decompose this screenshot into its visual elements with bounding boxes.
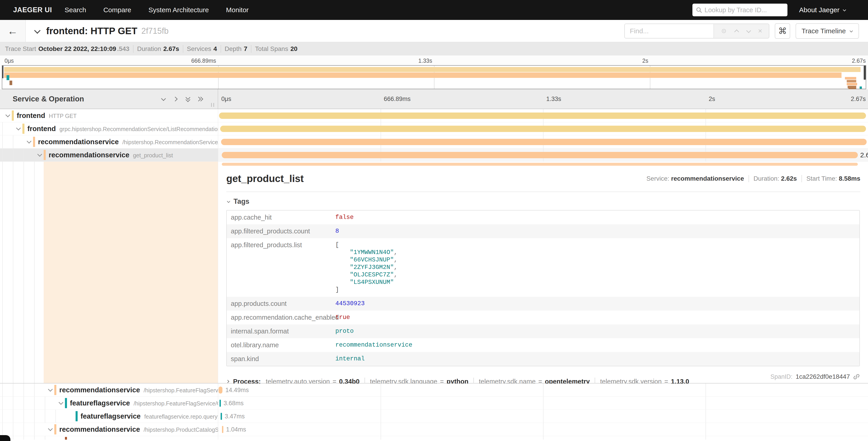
start-time-meta: Start Time:8.58ms	[806, 175, 860, 182]
span-service-name: recommendationservice	[59, 425, 140, 433]
focus-target-icon[interactable]	[721, 28, 727, 34]
span-name-cell[interactable]: featureflagservicefeatureflagservice.rep…	[0, 410, 218, 423]
tag-row: otel.library.namerecommendationservice	[227, 338, 859, 352]
find-controls: ×	[713, 24, 769, 38]
span-name: frontendHTTP GET	[17, 112, 77, 120]
find-clear-icon[interactable]: ×	[758, 27, 762, 35]
span-timeline-cell[interactable]	[218, 109, 868, 122]
span-duration-label: 1.04ms	[226, 426, 246, 433]
app-logo[interactable]: JAEGER UI	[13, 6, 52, 14]
span-timeline-cell[interactable]	[218, 436, 868, 440]
span-timeline-cell[interactable]: 3.47ms	[218, 410, 868, 423]
span-name: featureflagservice/hipstershop.FeatureFl…	[70, 399, 229, 407]
span-operation-name: featureflagservice.repo.query:fe...	[144, 413, 228, 420]
span-mini-bar[interactable]	[222, 426, 223, 433]
span-timeline-cell[interactable]	[218, 136, 868, 148]
span-service-name: featureflagservice	[70, 399, 130, 407]
span-timeline-cell[interactable]: 2.62s	[218, 148, 868, 161]
span-duration-bar[interactable]	[222, 152, 858, 158]
span-mini-bar[interactable]	[219, 386, 222, 393]
span-duration-bar[interactable]	[219, 113, 866, 119]
timeline-gridline	[543, 436, 544, 440]
span-detail-meta: Service:recommendationservice Duration:2…	[647, 175, 860, 182]
find-input[interactable]	[625, 24, 713, 38]
span-row[interactable]: recommendationserviceget_product_list2.6…	[0, 148, 868, 161]
back-button[interactable]: ←	[0, 20, 26, 42]
span-name-cell[interactable]: frontendHTTP GET	[0, 109, 218, 122]
column-resize-grip[interactable]	[211, 103, 214, 107]
span-duration-bar[interactable]	[221, 139, 867, 145]
span-name-cell[interactable]: featureflagservice/hipstershop.FeatureFl…	[0, 396, 218, 410]
tag-row: app.products.count44530923	[227, 297, 859, 311]
row-collapse-chevron[interactable]	[48, 426, 53, 432]
span-detail-header: get_product_list Service:recommendations…	[226, 173, 860, 184]
nav-item-search[interactable]: Search	[65, 6, 86, 14]
tag-value: 44530923	[335, 297, 859, 311]
minimap-right-scrubber[interactable]	[864, 66, 866, 80]
nav-item-monitor[interactable]: Monitor	[226, 6, 249, 14]
nav-item-system-architecture[interactable]: System Architecture	[149, 6, 209, 14]
span-timeline-cell[interactable]: 14.49ms	[218, 383, 868, 396]
span-row[interactable]: recommendationservice/hipstershop.Featur…	[0, 383, 868, 396]
span-name-cell[interactable]: frontendgrpc.hipstershop.RecommendationS…	[0, 122, 218, 135]
span-duration-bar[interactable]	[220, 126, 866, 132]
view-selector-button[interactable]: Trace Timeline	[796, 23, 859, 39]
row-collapse-chevron[interactable]	[16, 126, 21, 131]
span-mini-bar[interactable]	[221, 413, 222, 420]
timeline-gridline	[543, 396, 544, 410]
indent-guide	[45, 396, 45, 410]
tags-section-toggle[interactable]: Tags	[227, 198, 860, 206]
find-next-icon[interactable]	[746, 28, 751, 34]
collapse-one-icon[interactable]	[161, 96, 166, 101]
span-row[interactable]: frontendHTTP GET	[0, 109, 868, 122]
span-accent-strip	[44, 161, 218, 383]
span-mini-bar[interactable]	[219, 400, 221, 407]
span-row[interactable]: recommendationservice/hipstershop.Produc…	[0, 423, 868, 436]
collapse-all-icon[interactable]	[185, 96, 190, 101]
find-prev-icon[interactable]	[734, 28, 739, 34]
span-name-cell[interactable]: recommendationserviceget_product_list	[0, 148, 218, 161]
minimap-left-scrubber[interactable]	[2, 66, 3, 78]
span-name-cell[interactable]: recommendationservice/hipstershop.Produc…	[0, 423, 218, 436]
span-name: featureflagservicefeatureflagservice.rep…	[81, 412, 228, 420]
timeline-tick: 0μs	[221, 95, 231, 102]
span-name-cell[interactable]: recommendationservice/hipstershop.Recomm…	[0, 136, 218, 148]
keyboard-shortcuts-button[interactable]: ⌘	[775, 23, 790, 39]
row-collapse-chevron[interactable]	[58, 400, 64, 406]
timeline-tick: 666.89ms	[384, 95, 411, 102]
minimap-span-bar	[6, 75, 9, 80]
row-collapse-chevron[interactable]	[5, 113, 10, 118]
expand-all-icon[interactable]	[197, 96, 203, 101]
expand-one-icon[interactable]	[173, 96, 178, 101]
row-collapse-chevron[interactable]	[37, 152, 42, 157]
timeline-gridline	[381, 423, 381, 436]
span-timeline-cell[interactable]: 3.68ms	[218, 396, 868, 410]
row-collapse-chevron[interactable]	[26, 139, 32, 144]
span-row[interactable]: featureflagservicefeatureflagservice.rep…	[0, 410, 868, 423]
span-color-bar	[75, 411, 78, 421]
span-name-cell[interactable]	[0, 436, 218, 440]
list-string: "OLJCESPC7Z"	[350, 271, 394, 278]
nav-item-compare[interactable]: Compare	[103, 6, 131, 14]
minimap-tick: 0μs	[4, 58, 14, 64]
trace-start-label: Trace Start	[5, 45, 36, 53]
span-row[interactable]: frontendgrpc.hipstershop.RecommendationS…	[0, 122, 868, 136]
trace-lookup-box[interactable]	[692, 4, 787, 16]
span-timeline-cell[interactable]: 1.04ms	[218, 423, 868, 436]
row-collapse-chevron[interactable]	[48, 387, 53, 392]
indent-guide	[2, 122, 3, 135]
trace-minimap[interactable]	[2, 65, 866, 89]
span-row[interactable]: featureflagservice/hipstershop.FeatureFl…	[0, 396, 868, 410]
indent-guide	[56, 410, 56, 423]
divider	[802, 175, 802, 182]
span-row[interactable]	[0, 436, 868, 440]
link-icon[interactable]	[853, 373, 860, 380]
span-timeline-cell[interactable]	[218, 122, 868, 135]
trace-collapse-chevron[interactable]	[34, 28, 41, 34]
span-name-cell[interactable]: recommendationservice/hipstershop.Featur…	[0, 383, 218, 396]
span-service-name: recommendationservice	[49, 151, 129, 159]
trace-lookup-input[interactable]	[705, 6, 784, 14]
span-row[interactable]: recommendationservice/hipstershop.Recomm…	[0, 136, 868, 148]
indent-guide	[2, 383, 3, 396]
about-jaeger-menu[interactable]: About Jaeger	[799, 6, 846, 14]
